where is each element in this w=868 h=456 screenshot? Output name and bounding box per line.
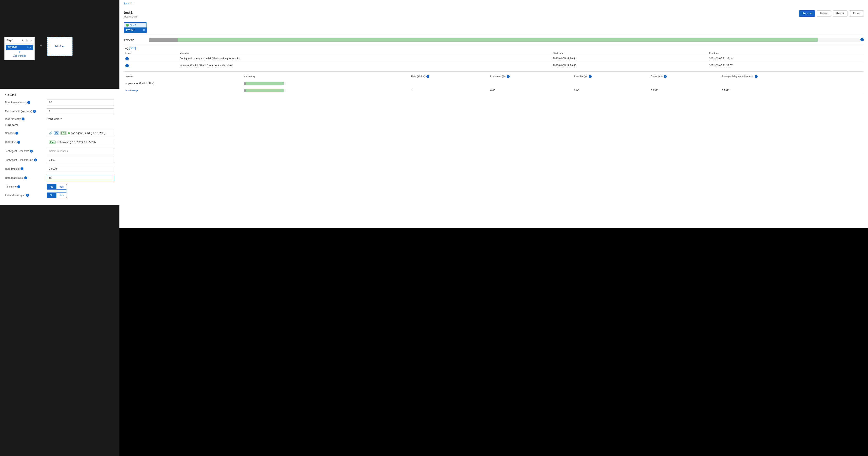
test-agent-port-label: Test Agent Reflector Port i — [5, 159, 44, 161]
rate-pkt-label: Rate (packets/s) i — [5, 176, 44, 180]
twamp-result-row: TWAMP i — [124, 35, 864, 44]
results-delay-cell: 0.1393 — [649, 87, 720, 94]
test-agent-reflectors-label: Test Agent Reflectors i — [5, 150, 44, 153]
senders-ipv4-badge: IPv4 — [60, 131, 67, 135]
loss-far-col-info[interactable]: i — [589, 75, 592, 78]
log-col-level: Level — [124, 51, 178, 55]
log-hide-link[interactable]: [hide] — [129, 46, 136, 50]
results-table-row: test-twamp 1 0.00 0.00 0.1393 0.7922 — [124, 87, 864, 94]
export-button[interactable]: Export — [849, 10, 864, 17]
reflectors-ipv4-badge: IPv4 — [49, 140, 56, 144]
expand-icon[interactable]: ≡ — [125, 82, 127, 85]
fail-threshold-info-icon[interactable]: i — [33, 110, 36, 113]
inband-time-sync-no-button[interactable]: No — [47, 193, 56, 198]
time-sync-info-icon[interactable]: i — [17, 185, 20, 188]
col-sender: Sender — [124, 73, 242, 80]
twamp-progress-bar — [149, 38, 860, 42]
test-agent-port-row: Test Agent Reflector Port i — [5, 157, 114, 163]
pipeline-step-1: ✓ Step 1 TWAMP — [124, 23, 147, 33]
senders-info-icon[interactable]: i — [16, 132, 19, 135]
twamp-bar[interactable]: TWAMP ⎘ ✕ — [6, 45, 33, 50]
pause-icon[interactable]: ⏸ — [21, 39, 24, 42]
rate-pkt-input[interactable] — [47, 175, 114, 181]
step1-chevron: ▾ — [5, 93, 6, 96]
rate-pkt-info-icon[interactable]: i — [24, 176, 27, 180]
reflectors-value: IPv4 test-twamp (31.168.222.11 - 5000) — [47, 139, 114, 145]
delay-col-info[interactable]: i — [664, 75, 667, 78]
test-agent-reflectors-placeholder: Select interfaces — [49, 150, 68, 153]
twamp-info-icon[interactable]: i — [860, 38, 864, 41]
reflectors-info-icon[interactable]: i — [17, 141, 20, 144]
duration-info-icon[interactable]: i — [27, 101, 30, 104]
progress-gray — [149, 38, 178, 42]
reflectors-row: Reflectors i IPv4 test-twamp (31.168.222… — [5, 139, 114, 145]
test-agent-reflectors-info-icon[interactable]: i — [30, 150, 33, 153]
fail-threshold-row: Fail threshold (seconds) i — [5, 108, 114, 114]
copy-twamp-icon[interactable]: ⎘ — [27, 46, 29, 49]
col-loss-far: Loss far (%) i — [572, 73, 649, 80]
form-panel: ▾ Step 1 Duration (seconds) i Fail thres… — [0, 89, 119, 205]
breadcrumb: Tests / 4 — [119, 0, 868, 7]
rate-col-info[interactable]: i — [426, 75, 429, 78]
page-title: test1 — [124, 10, 137, 15]
col-loss-near: Loss near (%) i — [489, 73, 572, 80]
test-agent-reflectors-row: Test Agent Reflectors i Select interface… — [5, 148, 114, 154]
log-end-cell: 2022-01-05 21:39:57 — [707, 62, 864, 69]
pipeline-step-1-body: TWAMP — [124, 28, 147, 33]
results-rate-cell — [409, 80, 489, 87]
loss-near-col-info[interactable]: i — [507, 75, 510, 78]
senders-ipv-badge: IPv — [54, 131, 59, 135]
general-section-header[interactable]: ▾ General — [5, 123, 114, 127]
rate-mbit-input[interactable] — [47, 166, 114, 172]
step1-section-header[interactable]: ▾ Step 1 — [5, 93, 114, 96]
step-node-title: Step 1 — [6, 39, 14, 42]
add-step-label: Add Step — [55, 45, 65, 48]
inband-time-sync-label: In-band time sync i — [5, 194, 44, 197]
time-sync-no-button[interactable]: No — [47, 184, 56, 190]
twamp-bar-icons: ⎘ ✕ — [27, 46, 31, 49]
pipeline-step-1-box[interactable]: ✓ Step 1 TWAMP — [124, 23, 147, 33]
test-agent-port-input[interactable] — [47, 157, 114, 163]
duration-row: Duration (seconds) i — [5, 100, 114, 105]
duration-input[interactable] — [47, 100, 114, 105]
test-agent-port-info-icon[interactable]: i — [34, 159, 37, 161]
log-col-end: End time — [707, 51, 864, 55]
general-label: General — [8, 123, 18, 127]
wait-for-ready-dropdown[interactable]: Don't wait ▾ — [47, 117, 62, 121]
rerun-button[interactable]: Rerun ▾ — [799, 10, 815, 17]
pipeline-step-1-label: Step 1 — [130, 24, 136, 26]
delete-button[interactable]: Delete — [817, 10, 831, 17]
log-level-cell: i — [124, 55, 178, 62]
time-sync-yes-button[interactable]: Yes — [56, 184, 67, 190]
report-button[interactable]: Report — [833, 10, 847, 17]
page-header: test1 test reflector Rerun ▾ Delete Repo… — [119, 7, 868, 20]
step1-label: Step 1 — [8, 93, 16, 96]
page-title-block: test1 test reflector — [124, 10, 137, 18]
add-step-node[interactable]: Add Step — [47, 37, 72, 56]
close-icon[interactable]: ✕ — [29, 39, 33, 42]
step-pipeline: ✓ Step 1 TWAMP — [119, 20, 868, 35]
inband-time-sync-info-icon[interactable]: i — [26, 194, 29, 197]
sender-link[interactable]: test-twamp — [125, 89, 138, 92]
step-builder: Step 1 ⏸ ⎘ ✕ TWAMP ⎘ ✕ Add Parallel → Ad… — [0, 33, 119, 89]
breadcrumb-tests-link[interactable]: Tests — [124, 2, 130, 5]
close-twamp-icon[interactable]: ✕ — [30, 46, 31, 49]
duration-label: Duration (seconds) i — [5, 101, 44, 104]
rate-mbit-info-icon[interactable]: i — [21, 167, 24, 170]
log-section: Log [hide] Level Message Start time End … — [119, 44, 868, 71]
copy-icon[interactable]: ⎘ — [25, 39, 29, 42]
connector-arrow: → — [39, 37, 43, 48]
log-end-cell: 2022-01-05 21:39:48 — [707, 55, 864, 62]
fail-threshold-input[interactable] — [47, 108, 114, 114]
inband-time-sync-yes-button[interactable]: Yes — [56, 193, 67, 198]
avg-delay-col-info[interactable]: i — [755, 75, 758, 78]
twamp-label: TWAMP — [8, 46, 17, 49]
wait-for-ready-value: Don't wait — [47, 117, 59, 121]
add-parallel-button[interactable]: Add Parallel — [5, 54, 34, 58]
senders-online-dot — [68, 132, 70, 134]
results-loss-far-cell: 0.00 — [572, 87, 649, 94]
senders-link-icon[interactable]: 🔗 — [49, 131, 53, 135]
test-agent-reflectors-value[interactable]: Select interfaces — [47, 148, 114, 154]
wait-for-ready-info-icon[interactable]: i — [22, 118, 25, 121]
results-avg-delay-cell: 0.7922 — [720, 87, 864, 94]
